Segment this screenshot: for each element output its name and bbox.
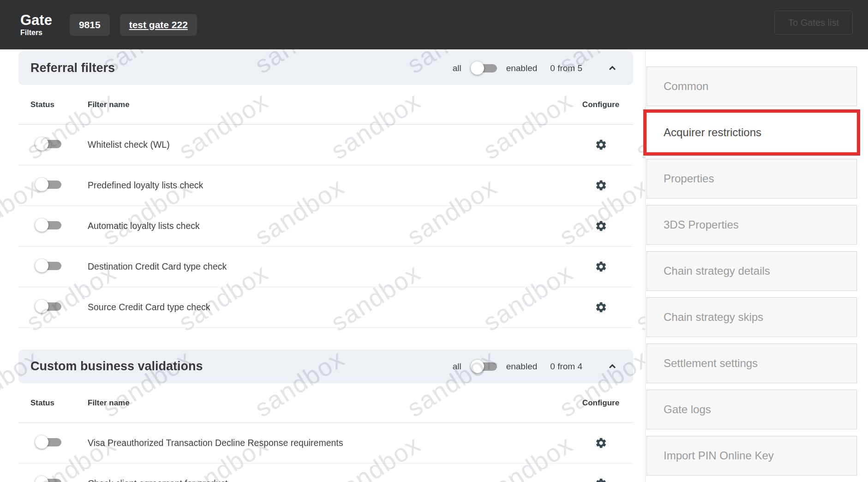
- toggle-knob: [35, 259, 48, 272]
- sidebar-item-label: Acquirer restrictions: [664, 126, 761, 139]
- configure-cell: [569, 476, 633, 482]
- filter-toggle[interactable]: [35, 137, 61, 151]
- sidebar-item-3ds-properties[interactable]: 3DS Properties: [647, 205, 857, 245]
- enabled-label: enabled: [506, 63, 538, 73]
- gear-icon: [595, 179, 607, 192]
- filter-toggle[interactable]: [35, 476, 61, 482]
- filter-toggle[interactable]: [35, 300, 61, 313]
- filter-name-column-header: Filter name: [88, 100, 569, 109]
- to-gates-list-button[interactable]: To Gates list: [774, 11, 853, 35]
- configure-cell: [569, 219, 633, 233]
- status-cell: [18, 476, 88, 482]
- gear-icon: [595, 260, 607, 273]
- section-controls: all enabled 0 from 5: [453, 61, 619, 75]
- sidebar-item-label: Settlement settings: [664, 357, 758, 370]
- status-cell: [18, 178, 88, 193]
- toggle-knob: [35, 476, 48, 482]
- status-cell: [18, 218, 88, 234]
- all-toggle[interactable]: [471, 360, 497, 373]
- gate-name-link[interactable]: test gate 222: [120, 14, 197, 36]
- filter-name: Visa Preauthorized Transaction Decline R…: [88, 438, 569, 448]
- table-row: Check client agreement for product: [18, 464, 633, 482]
- custom-validations-table: Status Filter name Configure Visa Preaut…: [18, 383, 633, 482]
- gate-id-badge: 9815: [70, 14, 110, 36]
- table-row: Visa Preauthorized Transaction Decline R…: [18, 423, 633, 464]
- section-gap: [18, 328, 633, 348]
- filter-toggle[interactable]: [35, 435, 61, 449]
- toggle-knob: [35, 137, 48, 151]
- enabled-label: enabled: [506, 362, 538, 372]
- enabled-count: 0 from 4: [550, 362, 582, 372]
- configure-cell: [569, 178, 633, 193]
- filter-name: Source Credit Card type check: [88, 302, 569, 313]
- app-header: Gate Filters 9815 test gate 222 To Gates…: [0, 0, 868, 49]
- sidebar-item-properties[interactable]: Properties: [647, 159, 857, 199]
- configure-button[interactable]: [594, 178, 608, 193]
- gate-id: 9815: [79, 19, 101, 30]
- sidebar-item-common[interactable]: Common: [647, 66, 857, 106]
- table-header-row: Status Filter name Configure: [18, 383, 633, 423]
- gate-name: test gate 222: [129, 19, 188, 30]
- gear-icon: [595, 220, 607, 232]
- configure-cell: [569, 300, 633, 314]
- toggle-knob: [471, 61, 484, 75]
- status-cell: [18, 137, 88, 152]
- configure-button[interactable]: [594, 259, 608, 274]
- configure-column-header: Configure: [569, 100, 633, 109]
- gear-icon: [595, 301, 607, 313]
- collapse-section-button[interactable]: [605, 61, 619, 75]
- sidebar-item-label: Chain strategy details: [664, 265, 770, 277]
- table-row: Destination Credit Card type check: [18, 247, 633, 287]
- sidebar-item-import-pin-online-key[interactable]: Import PIN Online Key: [647, 436, 857, 476]
- toggle-knob: [35, 178, 48, 191]
- sidebar-item-label: 3DS Properties: [664, 218, 739, 231]
- table-row: Whitelist check (WL): [18, 125, 633, 165]
- app-logo: Gate Filters: [20, 13, 52, 36]
- filter-toggle[interactable]: [35, 218, 61, 232]
- filter-toggle[interactable]: [35, 259, 61, 272]
- filter-name: Check client agreement for product: [88, 478, 569, 482]
- sidebar-item-chain-strategy-skips[interactable]: Chain strategy skips: [647, 297, 857, 337]
- status-cell: [18, 300, 88, 315]
- section-title: Referral filters: [30, 61, 115, 75]
- all-label: all: [453, 362, 461, 372]
- referral-filters-header: Referral filters all enabled 0 from 5: [18, 51, 633, 85]
- sidebar-item-acquirer-restrictions[interactable]: Acquirer restrictions: [647, 113, 857, 152]
- configure-button[interactable]: [594, 219, 608, 233]
- filter-toggle[interactable]: [35, 178, 61, 191]
- sidebar-item-label: Chain strategy skips: [664, 311, 763, 324]
- table-header-row: Status Filter name Configure: [18, 85, 633, 125]
- sidebar-item-settlement-settings[interactable]: Settlement settings: [647, 343, 857, 383]
- configure-cell: [569, 259, 633, 274]
- section-title: Custom business validations: [30, 359, 203, 374]
- filter-name: Whitelist check (WL): [88, 139, 569, 150]
- configure-button[interactable]: [594, 300, 608, 314]
- sidebar-item-chain-strategy-details[interactable]: Chain strategy details: [647, 251, 857, 291]
- sidebar-item-label: Properties: [664, 172, 714, 185]
- referral-filters-table: Status Filter name Configure Whitelist c…: [18, 85, 633, 328]
- configure-column-header: Configure: [569, 398, 633, 408]
- filter-name-column-header: Filter name: [88, 398, 569, 408]
- toggle-knob: [35, 435, 48, 449]
- configure-button[interactable]: [594, 476, 608, 482]
- section-controls: all enabled 0 from 4: [453, 360, 619, 374]
- configure-button[interactable]: [594, 436, 608, 450]
- table-row: Automatic loyalty lists check: [18, 206, 633, 247]
- status-column-header: Status: [18, 100, 88, 109]
- chevron-up-icon: [606, 361, 618, 373]
- status-column-header: Status: [18, 398, 88, 408]
- app-subtitle: Filters: [20, 29, 52, 36]
- main-content: Referral filters all enabled 0 from 5 St…: [18, 49, 633, 482]
- all-toggle[interactable]: [471, 61, 497, 75]
- app-title: Gate: [20, 13, 52, 27]
- configure-button[interactable]: [594, 138, 608, 152]
- settings-sidebar: Common Acquirer restrictions Properties …: [645, 49, 868, 482]
- all-label: all: [453, 63, 461, 73]
- toggle-knob: [35, 300, 48, 313]
- sidebar-item-label: Import PIN Online Key: [664, 449, 774, 462]
- filter-name: Automatic loyalty lists check: [88, 221, 569, 231]
- status-cell: [18, 259, 88, 274]
- sidebar-item-gate-logs[interactable]: Gate logs: [647, 390, 857, 429]
- collapse-section-button[interactable]: [605, 360, 619, 374]
- sidebar-item-label: Common: [664, 80, 708, 93]
